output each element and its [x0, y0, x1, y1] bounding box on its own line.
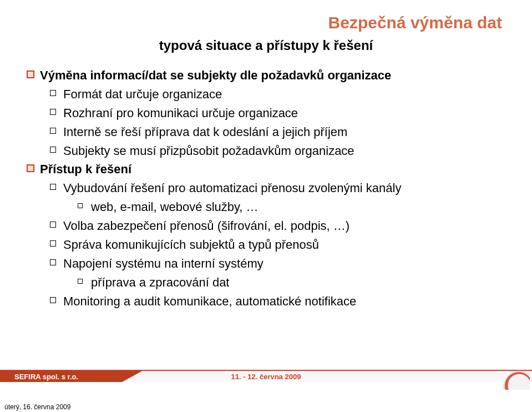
bullet-square-hollow-icon	[50, 217, 63, 235]
bullet-square-hollow-icon	[78, 198, 91, 216]
slide-title: Bezpečná výměna dat	[328, 13, 502, 32]
slide: Bezpečná výměna dat typová situace a pří…	[0, 0, 532, 400]
bullet-square-hollow-icon	[50, 255, 63, 273]
bullet-text: Volba zabezpečení přenosů (šifrování, el…	[63, 217, 504, 235]
footer-date: 11. - 12. června 2009	[0, 373, 532, 381]
bullet-list: Výměna informací/dat se subjekty dle pož…	[27, 67, 504, 311]
bullet-item: Vybudování řešení pro automatizaci přeno…	[50, 179, 504, 197]
footer: SEFIRA spol. s r.o. 11. - 12. června 200…	[0, 366, 532, 390]
bullet-square-hollow-icon	[78, 274, 91, 292]
bullet-text: příprava a zpracování dat	[91, 274, 504, 292]
bullet-item: Správa komunikujících subjektů a typů př…	[50, 236, 504, 254]
bullet-item: Přístup k řešení	[27, 160, 504, 178]
bullet-item: web, e-mail, webové služby, …	[78, 198, 504, 216]
bullet-text: web, e-mail, webové služby, …	[91, 198, 504, 216]
slide-subtitle: typová situace a přístupy k řešení	[30, 38, 502, 53]
bullet-item: Rozhraní pro komunikaci určuje organizac…	[50, 104, 504, 122]
bullet-item: Monitoring a audit komunikace, automatic…	[50, 293, 504, 310]
bullet-text: Napojení systému na interní systémy	[63, 255, 504, 273]
logo-icon	[492, 362, 530, 390]
bullet-item: příprava a zpracování dat	[78, 274, 504, 292]
bullet-text: Interně se řeší příprava dat k odeslání …	[63, 123, 504, 141]
bullet-item: Formát dat určuje organizace	[50, 86, 504, 103]
bullet-text: Subjekty se musí přizpůsobit požadavkům …	[63, 142, 504, 160]
document-date: úterý, 16. června 2009	[4, 403, 70, 411]
bullet-text: Správa komunikujících subjektů a typů př…	[63, 236, 504, 254]
bullet-square-hollow-icon	[50, 236, 63, 254]
bullet-text: Monitoring a audit komunikace, automatic…	[63, 293, 504, 310]
bullet-text: Rozhraní pro komunikaci určuje organizac…	[63, 104, 504, 122]
bullet-item: Subjekty se musí přizpůsobit požadavkům …	[50, 142, 504, 160]
bullet-square-filled-icon	[27, 160, 40, 178]
bullet-item: Napojení systému na interní systémy	[50, 255, 504, 273]
bullet-text: Přístup k řešení	[40, 160, 504, 178]
bullet-square-hollow-icon	[50, 179, 63, 197]
bullet-square-hollow-icon	[50, 123, 63, 141]
bullet-square-hollow-icon	[50, 104, 63, 122]
bullet-square-hollow-icon	[50, 142, 63, 160]
bullet-square-hollow-icon	[50, 293, 63, 310]
bullet-item: Interně se řeší příprava dat k odeslání …	[50, 123, 504, 141]
bullet-item: Volba zabezpečení přenosů (šifrování, el…	[50, 217, 504, 235]
bullet-square-filled-icon	[27, 67, 40, 84]
bullet-text: Výměna informací/dat se subjekty dle pož…	[40, 67, 504, 84]
bullet-text: Vybudování řešení pro automatizaci přeno…	[63, 179, 504, 197]
bullet-square-hollow-icon	[50, 86, 63, 103]
bullet-item: Výměna informací/dat se subjekty dle pož…	[27, 67, 504, 84]
bullet-text: Formát dat určuje organizace	[63, 86, 504, 103]
